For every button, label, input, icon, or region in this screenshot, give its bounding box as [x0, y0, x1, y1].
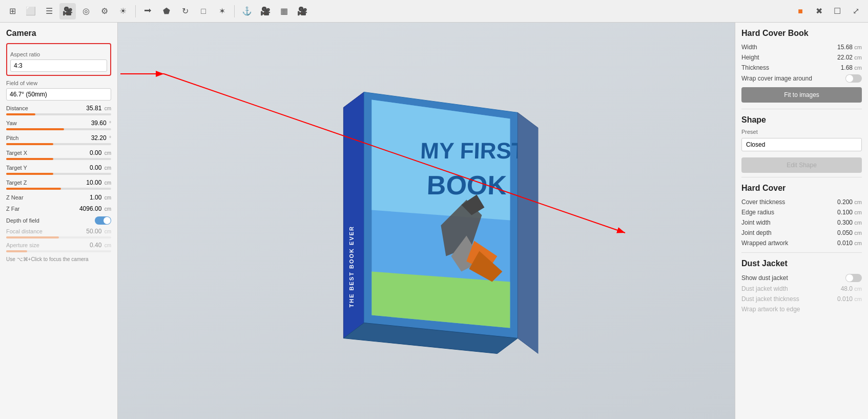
depth-of-field-toggle[interactable]: [95, 216, 111, 225]
distance-value: 35.81 cm: [86, 105, 111, 112]
book-svg: MY FIRST BOOK THE BEST BOOK EVER: [323, 76, 538, 364]
aspect-ratio-select[interactable]: 4:3 16:9 1:1 Free: [10, 59, 107, 72]
yaw-row: Yaw 39.60 °: [6, 119, 111, 127]
wrap-artwork-edge-row: Wrap artwork to edge: [741, 304, 862, 314]
cursor-icon[interactable]: ⮕: [140, 3, 156, 19]
yaw-slider[interactable]: [6, 128, 111, 130]
field-of-view-select[interactable]: 46.7° (50mm): [6, 88, 111, 101]
target-z-row: Target Z 10.00 cm: [6, 179, 111, 186]
sun-icon[interactable]: ☀: [115, 3, 131, 19]
z-near-row: Z Near 1.00 cm: [6, 194, 111, 201]
rect-icon[interactable]: □: [195, 3, 212, 19]
viewport[interactable]: MY FIRST BOOK THE BEST BOOK EVER: [118, 23, 735, 419]
fit-images-button[interactable]: Fit to images: [741, 87, 862, 103]
frame-icon[interactable]: ☐: [829, 3, 845, 19]
wrap-cover-label: Wrap cover image around: [741, 75, 812, 82]
depth-of-field-label: Depth of field: [6, 217, 39, 224]
divider-2: [741, 177, 862, 177]
target-y-row: Target Y 0.00 cm: [6, 164, 111, 171]
move-icon[interactable]: ⬟: [158, 3, 175, 19]
book-3d-container: MY FIRST BOOK THE BEST BOOK EVER: [323, 76, 538, 365]
yaw-value: 39.60 °: [91, 119, 111, 127]
target-icon[interactable]: ◎: [78, 3, 94, 19]
layout-icon[interactable]: ⬜: [23, 3, 39, 19]
z-far-row: Z Far 4096.00 cm: [6, 205, 111, 212]
shape-section-title: Shape: [741, 115, 862, 125]
camera-icon-tool[interactable]: 🎥: [257, 3, 274, 19]
aspect-ratio-select-row: 4:3 16:9 1:1 Free: [10, 59, 107, 72]
preset-label: Preset: [741, 129, 862, 135]
z-near-label: Z Near: [6, 194, 24, 201]
gear-icon[interactable]: ⚙: [96, 3, 113, 19]
main-layout: Camera Aspect ratio 4:3 16:9 1:1 Free Fi…: [0, 23, 868, 419]
cover-thickness-label: Cover thickness: [741, 198, 785, 206]
preset-select-row: Closed Open 45° Open 90° Flat: [741, 138, 862, 151]
node-icon[interactable]: ✶: [214, 3, 230, 19]
svg-text:BOOK: BOOK: [426, 170, 507, 200]
focal-distance-row: Focal distance 50.00 cm: [6, 228, 111, 235]
wrapped-artwork-value-group: 0.010 cm: [837, 240, 862, 247]
distance-label: Distance: [6, 105, 28, 111]
wrap-toggle-thumb: [846, 75, 853, 82]
divider-3: [741, 252, 862, 253]
target-x-slider[interactable]: [6, 158, 111, 160]
pitch-label: Pitch: [6, 135, 18, 141]
cube-3d-icon[interactable]: ■: [792, 3, 809, 19]
edge-radius-label: Edge radius: [741, 209, 774, 216]
thickness-row: Thickness 1.68 cm: [741, 63, 862, 73]
preset-select[interactable]: Closed Open 45° Open 90° Flat: [741, 138, 862, 151]
book-section-title: Hard Cover Book: [741, 29, 862, 38]
panel-title: Camera: [6, 29, 111, 38]
rotate-icon[interactable]: ↻: [177, 3, 193, 19]
cover-thickness-row: Cover thickness 0.200 cm: [741, 197, 862, 207]
edit-shape-button[interactable]: Edit Shape: [741, 157, 862, 173]
dust-jacket-width-label: Dust jacket width: [741, 285, 788, 292]
aspect-ratio-box: Aspect ratio 4:3 16:9 1:1 Free: [6, 43, 111, 76]
target-y-value: 0.00 cm: [90, 164, 111, 171]
edge-radius-row: Edge radius 0.100 cm: [741, 207, 862, 217]
focal-distance-value: 50.00 cm: [86, 228, 111, 235]
film2-icon[interactable]: 🎥: [294, 3, 311, 19]
target-z-label: Target Z: [6, 179, 27, 186]
width-value-group: 15.68 cm: [837, 44, 862, 51]
dust-jacket-thickness-row: Dust jacket thickness 0.010 cm: [741, 294, 862, 304]
z-near-value: 1.00 cm: [90, 194, 111, 201]
edge-radius-value-group: 0.100 cm: [837, 209, 862, 216]
aperture-size-row: Aperture size 0.40 cm: [6, 242, 111, 249]
thickness-value-group: 1.68 cm: [841, 64, 862, 71]
wrapped-artwork-label: Wrapped artwork: [741, 240, 788, 247]
render-icon[interactable]: ▦: [276, 3, 292, 19]
wrap-artwork-edge-label: Wrap artwork to edge: [741, 306, 800, 313]
target-z-slider[interactable]: [6, 188, 111, 190]
add-icon[interactable]: ⊞: [4, 3, 20, 19]
close-circle-icon[interactable]: ✖: [811, 3, 827, 19]
dust-jacket-section-title: Dust Jacket: [741, 259, 862, 268]
dust-jacket-thickness-label: Dust jacket thickness: [741, 295, 799, 303]
toolbar: ⊞ ⬜ ☰ 🎥 ◎ ⚙ ☀ ⮕ ⬟ ↻ □ ✶ ⚓ 🎥 ▦ 🎥 ■ ✖ ☐ ⤢: [0, 0, 868, 23]
film-icon[interactable]: 🎥: [59, 3, 76, 19]
expand-icon[interactable]: ⤢: [848, 3, 864, 19]
divider-1: [741, 109, 862, 109]
thickness-label: Thickness: [741, 64, 769, 71]
distance-row: Distance 35.81 cm: [6, 105, 111, 112]
separator-2: [234, 5, 235, 17]
show-dust-jacket-label: Show dust jacket: [741, 274, 788, 282]
menu-icon[interactable]: ☰: [41, 3, 57, 19]
svg-text:MY FIRST: MY FIRST: [420, 138, 525, 163]
z-far-value: 4096.00 cm: [79, 205, 111, 212]
distance-slider[interactable]: [6, 113, 111, 115]
svg-text:THE BEST BOOK EVER: THE BEST BOOK EVER: [348, 226, 355, 307]
dust-jacket-toggle-thumb: [846, 274, 853, 282]
cover-thickness-value-group: 0.200 cm: [837, 198, 862, 206]
hard-cover-section-title: Hard Cover: [741, 184, 862, 193]
svg-marker-19: [518, 112, 538, 353]
joint-depth-row: Joint depth 0.050 cm: [741, 228, 862, 238]
target-y-slider[interactable]: [6, 173, 111, 175]
show-dust-jacket-toggle[interactable]: [845, 274, 862, 282]
show-dust-jacket-row: Show dust jacket: [741, 272, 862, 284]
height-value-group: 22.02 cm: [837, 54, 862, 61]
pitch-slider[interactable]: [6, 143, 111, 145]
target-x-row: Target X 0.00 cm: [6, 149, 111, 156]
wrap-cover-toggle[interactable]: [845, 74, 862, 83]
anchor-icon[interactable]: ⚓: [239, 3, 255, 19]
